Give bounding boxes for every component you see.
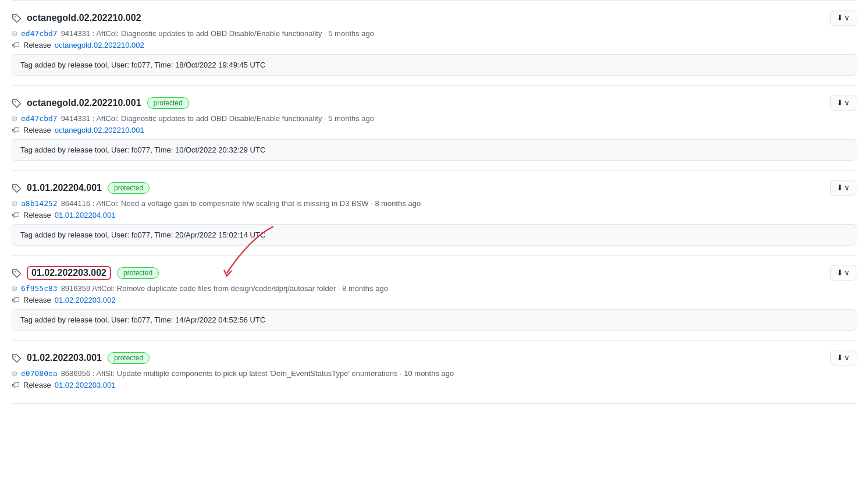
tag-header: 01.02.202203.002 protected ⬇ ∨ — [12, 265, 856, 281]
download-icon: ⬇ — [837, 268, 843, 277]
release-icon: 🏷 — [12, 40, 20, 49]
release-icon: 🏷 — [12, 210, 20, 219]
tag-list: octanegold.02.202210.002 ⬇ ∨ ⦾ ed47cbd7 … — [0, 0, 868, 404]
release-line: 🏷 Release 01.02.202203.002 — [12, 295, 856, 304]
tag-icon — [12, 98, 21, 108]
download-button-octanegold-001[interactable]: ⬇ ∨ — [830, 95, 856, 111]
release-link[interactable]: 01.01.202204.001 — [55, 211, 116, 219]
tag-icon — [12, 183, 21, 193]
tag-entry-01-02-202203-001: 01.02.202203.001 protected ⬇ ∨ ⦾ e07080e… — [12, 341, 856, 404]
commit-hash-link[interactable]: 6f955c83 — [21, 284, 58, 293]
download-icon: ⬇ — [837, 353, 843, 362]
commit-line: ⦾ e07080ea 8686956 : AftSI: Update multi… — [12, 369, 856, 378]
release-line: 🏷 Release octanegold.02.202210.001 — [12, 125, 856, 134]
tag-header: 01.01.202204.001 protected ⬇ ∨ — [12, 180, 856, 196]
commit-line: ⦾ ed47cbd7 9414331 : AftCol: Diagnostic … — [12, 29, 856, 38]
download-icon: ⬇ — [837, 13, 843, 22]
protected-badge: protected — [108, 352, 150, 364]
tag-name-01-02-202203-002: 01.02.202203.002 — [27, 266, 111, 280]
commit-dot-icon: ⦾ — [12, 370, 17, 378]
download-button-01-02-202203-002[interactable]: ⬇ ∨ — [830, 265, 856, 281]
tag-message-box: Tag added by release tool, User: fo077, … — [12, 54, 856, 76]
tag-entry-octanegold-001: octanegold.02.202210.001 protected ⬇ ∨ ⦾… — [12, 86, 856, 171]
chevron-icon: ∨ — [844, 98, 850, 107]
commit-dot-icon: ⦾ — [12, 30, 17, 38]
commit-message: 8686956 : AftSI: Update multiple compone… — [61, 369, 454, 378]
commit-hash-link[interactable]: ed47cbd7 — [21, 29, 58, 38]
tag-name-01-01-202204-001: 01.01.202204.001 — [27, 183, 102, 193]
release-line: 🏷 Release 01.01.202204.001 — [12, 210, 856, 219]
tag-header: octanegold.02.202210.001 protected ⬇ ∨ — [12, 95, 856, 111]
tag-header-left: octanegold.02.202210.002 — [12, 13, 141, 23]
commit-message: 9414331 : AftCol: Diagnostic updates to … — [61, 114, 374, 123]
tag-entry-01-01-202204-001: 01.01.202204.001 protected ⬇ ∨ ⦾ a8b1425… — [12, 171, 856, 256]
tag-name-01-02-202203-001: 01.02.202203.001 — [27, 353, 102, 363]
release-line: 🏷 Release 01.02.202203.001 — [12, 380, 856, 389]
release-link[interactable]: 01.02.202203.001 — [55, 381, 116, 389]
protected-badge: protected — [147, 97, 189, 109]
chevron-icon: ∨ — [844, 13, 850, 22]
page-container: octanegold.02.202210.002 ⬇ ∨ ⦾ ed47cbd7 … — [0, 0, 868, 500]
download-button-01-01-202204-001[interactable]: ⬇ ∨ — [830, 180, 856, 196]
commit-message: 8644116 : AftCol: Need a voltage gain to… — [61, 199, 421, 208]
tag-name-octanegold-001: octanegold.02.202210.001 — [27, 98, 141, 108]
protected-badge: protected — [117, 267, 159, 279]
commit-hash-link[interactable]: a8b14252 — [21, 199, 58, 208]
tag-header-left: 01.01.202204.001 protected — [12, 182, 150, 194]
commit-hash-link[interactable]: e07080ea — [21, 369, 58, 378]
release-line: 🏷 Release octanegold.02.202210.002 — [12, 40, 856, 49]
tag-header-left: 01.02.202203.001 protected — [12, 352, 150, 364]
release-link[interactable]: 01.02.202203.002 — [55, 296, 116, 304]
tag-icon — [12, 268, 21, 278]
commit-message: 8916359 AftCol: Remove duplicate code fi… — [61, 284, 388, 293]
commit-message: 9414331 : AftCol: Diagnostic updates to … — [61, 29, 374, 38]
download-button-octanegold-002[interactable]: ⬇ ∨ — [830, 10, 856, 26]
tag-message-box: Tag added by release tool, User: fo077, … — [12, 224, 856, 246]
release-link[interactable]: octanegold.02.202210.001 — [55, 126, 144, 134]
protected-badge: protected — [108, 182, 150, 194]
commit-hash-link[interactable]: ed47cbd7 — [21, 114, 58, 123]
release-icon: 🏷 — [12, 380, 20, 389]
tag-entry-octanegold-002: octanegold.02.202210.002 ⬇ ∨ ⦾ ed47cbd7 … — [12, 0, 856, 86]
chevron-icon: ∨ — [844, 268, 850, 277]
tag-icon — [12, 353, 21, 363]
commit-dot-icon: ⦾ — [12, 285, 17, 293]
release-icon: 🏷 — [12, 125, 20, 134]
commit-line: ⦾ a8b14252 8644116 : AftCol: Need a volt… — [12, 199, 856, 208]
chevron-icon: ∨ — [844, 183, 850, 192]
tag-message-box: Tag added by release tool, User: fo077, … — [12, 309, 856, 331]
release-icon: 🏷 — [12, 295, 20, 304]
tag-header-left: 01.02.202203.002 protected — [12, 266, 159, 280]
download-icon: ⬇ — [837, 98, 843, 107]
tag-entry-01-02-202203-002: 01.02.202203.002 protected ⬇ ∨ ⦾ 6f955c8… — [12, 256, 856, 341]
download-button-01-02-202203-001[interactable]: ⬇ ∨ — [830, 350, 856, 366]
commit-line: ⦾ 6f955c83 8916359 AftCol: Remove duplic… — [12, 284, 856, 293]
tag-name-octanegold-002: octanegold.02.202210.002 — [27, 13, 141, 23]
commit-line: ⦾ ed47cbd7 9414331 : AftCol: Diagnostic … — [12, 114, 856, 123]
release-link[interactable]: octanegold.02.202210.002 — [55, 41, 144, 49]
chevron-icon: ∨ — [844, 353, 850, 362]
download-icon: ⬇ — [837, 183, 843, 192]
tag-icon — [12, 13, 21, 23]
tag-header: 01.02.202203.001 protected ⬇ ∨ — [12, 350, 856, 366]
tag-header-left: octanegold.02.202210.001 protected — [12, 97, 189, 109]
tag-header: octanegold.02.202210.002 ⬇ ∨ — [12, 10, 856, 26]
commit-dot-icon: ⦾ — [12, 200, 17, 208]
commit-dot-icon: ⦾ — [12, 115, 17, 123]
tag-message-box: Tag added by release tool, User: fo077, … — [12, 139, 856, 161]
